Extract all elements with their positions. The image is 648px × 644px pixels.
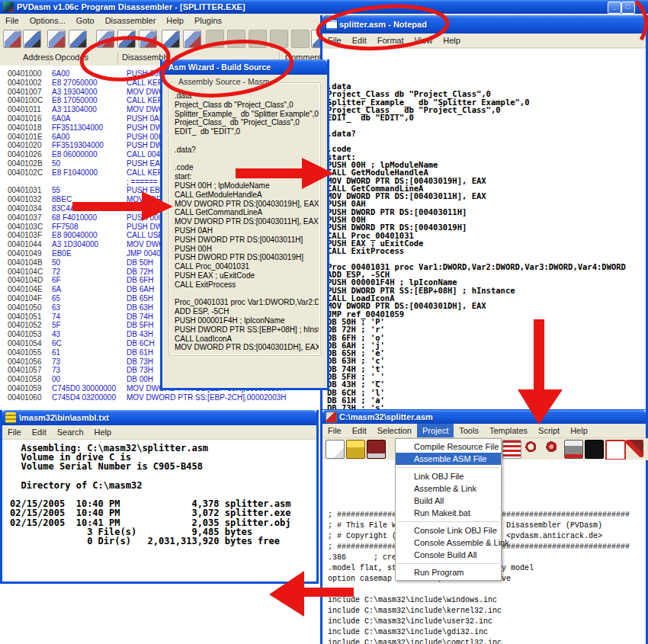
menu-help[interactable]: Help bbox=[438, 34, 466, 47]
pvdasm-app-icon bbox=[3, 2, 14, 12]
wizard-source-text[interactable]: .data Project_Class db "Project_Class",0… bbox=[175, 91, 319, 354]
menu-item-build-all[interactable]: Build All bbox=[396, 495, 501, 507]
copy-window-icon[interactable] bbox=[23, 30, 41, 48]
menu-item-run-makeit-bat[interactable]: Run Makeit.bat bbox=[396, 507, 501, 519]
column-separator bbox=[117, 52, 118, 64]
disabled-toolbar-button bbox=[206, 30, 224, 48]
fullscreen-icon[interactable] bbox=[585, 440, 604, 459]
menu-separator bbox=[397, 521, 499, 522]
asmbl-title: \masm32\bin\asmbl.txt bbox=[19, 413, 109, 422]
menu-disassembler[interactable]: Disassembler bbox=[100, 14, 162, 27]
menu-plugins[interactable]: Plugins bbox=[189, 14, 227, 27]
menu-selection[interactable]: Selection bbox=[372, 424, 417, 437]
pvdasm-title: PVDasm v1.06c Program Disassembler - [SP… bbox=[17, 2, 245, 11]
project-menu-popup: Compile Resource FileAssemble ASM FileLi… bbox=[395, 438, 502, 581]
asmbl-output-text[interactable]: Assembling: C:\masm32\splitter.asm Volum… bbox=[2, 440, 316, 582]
indent-left-icon[interactable] bbox=[502, 440, 521, 459]
pvdasm-titlebar[interactable]: PVDasm v1.06c Program Disassembler - [SP… bbox=[0, 0, 648, 14]
notepad-title: splitter.asm - Notepad bbox=[339, 20, 427, 29]
menu-format[interactable]: Format bbox=[372, 34, 409, 47]
menu-templates[interactable]: Templates bbox=[484, 424, 533, 437]
disabled-toolbar-button bbox=[227, 30, 245, 48]
notepad-menubar: FileEditFormatViewHelp bbox=[322, 34, 646, 48]
menu-item-console-build-all[interactable]: Console Build All bbox=[396, 549, 501, 561]
open-file-icon[interactable] bbox=[3, 30, 21, 48]
blockview-icon[interactable] bbox=[139, 30, 157, 48]
hexview-icon[interactable] bbox=[96, 30, 114, 48]
notepad-text[interactable]: .data Project_Class db "Project_Class",0… bbox=[327, 82, 646, 409]
menu-item-assemble-asm-file[interactable]: Assemble ASM File bbox=[396, 453, 501, 465]
process-icon[interactable] bbox=[69, 30, 87, 48]
menu-file[interactable]: File bbox=[322, 34, 347, 47]
asmbl-titlebar[interactable]: \masm32\bin\asmbl.txt bbox=[2, 410, 316, 425]
menu-item-assemble-link[interactable]: Assemble & Link bbox=[396, 482, 501, 495]
menu-item-console-link-obj-file[interactable]: Console Link OBJ File bbox=[396, 524, 501, 537]
minimize-button[interactable]: _ bbox=[608, 2, 621, 14]
column-separator bbox=[49, 52, 50, 64]
disabled-toolbar-button bbox=[270, 30, 288, 48]
edit-pen-icon[interactable] bbox=[626, 440, 643, 457]
menu-view[interactable]: View bbox=[409, 34, 438, 47]
disabled-toolbar-button bbox=[291, 30, 310, 48]
notepad-editor-area[interactable]: .data Project_Class db "Project_Class",0… bbox=[322, 49, 646, 409]
menu-help[interactable]: Help bbox=[89, 425, 117, 439]
menu-item-run-program[interactable]: Run Program bbox=[396, 566, 501, 578]
notepad-titlebar[interactable]: splitter.asm - Notepad bbox=[322, 15, 646, 34]
menu-project[interactable]: Project bbox=[417, 424, 454, 437]
notepad-window: splitter.asm - Notepad FileEditFormatVie… bbox=[320, 15, 648, 412]
groupbox-label: Assembly Source - Masm bbox=[175, 77, 273, 86]
qeditor-app-icon bbox=[326, 412, 337, 423]
save-icon[interactable] bbox=[367, 440, 386, 459]
menu-help[interactable]: Help bbox=[565, 424, 593, 437]
notepad-icon bbox=[326, 19, 338, 31]
menu-tools[interactable]: Tools bbox=[454, 424, 484, 437]
new-window-icon[interactable] bbox=[605, 440, 626, 460]
assembly-source-groupbox: Assembly Source - Masm .data Project_Cla… bbox=[168, 82, 321, 356]
qeditor-title: C:\masm32\splitter.asm bbox=[339, 412, 433, 421]
screenshot-stage: PVDasm v1.06c Program Disassembler - [SP… bbox=[0, 0, 648, 644]
search-next-icon[interactable] bbox=[544, 440, 561, 457]
asm-wizard-dialog: Asm Wizard - Build Source Assembly Sourc… bbox=[160, 59, 329, 390]
menu-separator bbox=[397, 467, 499, 468]
new-file-icon[interactable] bbox=[326, 440, 345, 459]
open-folder-icon[interactable] bbox=[346, 440, 365, 459]
menu-file[interactable]: File bbox=[322, 424, 347, 437]
references-icon[interactable] bbox=[183, 30, 201, 48]
qeditor-titlebar[interactable]: C:\masm32\splitter.asm bbox=[322, 410, 646, 424]
search-icon[interactable] bbox=[523, 440, 541, 457]
menu-options[interactable]: Options... bbox=[24, 14, 71, 27]
menu-goto[interactable]: Goto bbox=[71, 14, 100, 27]
column-opcodes[interactable]: Opcodes bbox=[55, 50, 88, 65]
menu-help[interactable]: Help bbox=[161, 14, 189, 27]
wizard-title: Asm Wizard - Build Source bbox=[168, 62, 271, 72]
stringview-icon[interactable] bbox=[117, 30, 136, 48]
menu-file[interactable]: File bbox=[2, 425, 27, 439]
wizard-titlebar[interactable]: Asm Wizard - Build Source bbox=[162, 59, 327, 75]
menu-edit[interactable]: Edit bbox=[347, 424, 372, 437]
qeditor-menubar: FileEditSelectionProjectToolsTemplatesSc… bbox=[322, 424, 646, 438]
maximize-button[interactable]: □ bbox=[621, 2, 635, 14]
menu-edit[interactable]: Edit bbox=[27, 425, 52, 439]
menu-edit[interactable]: Edit bbox=[347, 34, 372, 47]
menu-script[interactable]: Script bbox=[533, 424, 565, 437]
menu-search[interactable]: Search bbox=[52, 425, 89, 439]
menu-item-console-assemble-link[interactable]: Console Assemble & Link bbox=[396, 537, 501, 549]
asmbl-output-window: \masm32\bin\asmbl.txt FileEditSearchHelp… bbox=[0, 410, 319, 584]
asmbl-file-icon bbox=[5, 412, 16, 423]
functions-icon[interactable] bbox=[162, 30, 180, 48]
pe-header-icon[interactable] bbox=[47, 30, 66, 48]
menu-item-link-obj-file[interactable]: Link OBJ File bbox=[396, 470, 501, 482]
menu-item-compile-resource-file[interactable]: Compile Resource File bbox=[396, 441, 501, 453]
asmbl-menubar: FileEditSearchHelp bbox=[2, 425, 316, 440]
print-icon[interactable] bbox=[564, 440, 583, 459]
menu-file[interactable]: File bbox=[0, 14, 24, 27]
menu-separator bbox=[397, 563, 499, 564]
disabled-toolbar-button bbox=[249, 30, 267, 48]
